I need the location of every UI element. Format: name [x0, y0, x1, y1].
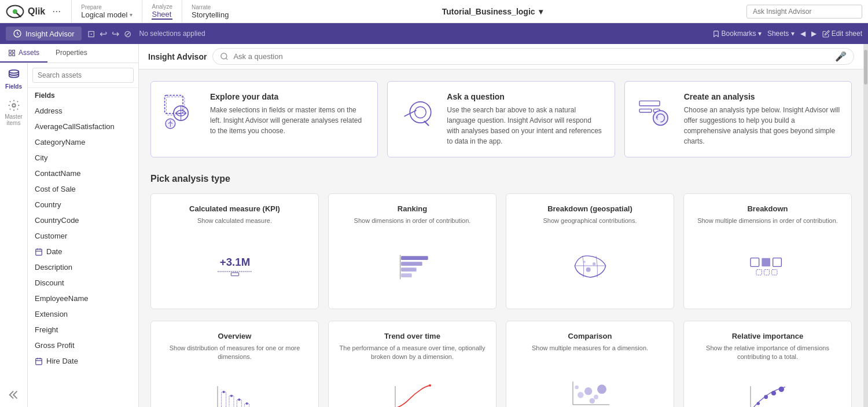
field-label: EmployeeName [35, 294, 89, 303]
svg-rect-37 [401, 268, 417, 272]
tab-properties[interactable]: Properties [47, 44, 95, 63]
nav-narrate-value: Storytelling [192, 10, 229, 19]
left-panel: Assets Properties Fields Master items [0, 44, 139, 407]
analysis-ranking[interactable]: Ranking Show dimensions in order of cont… [328, 193, 496, 309]
svg-point-61 [429, 384, 431, 387]
prev-button[interactable]: ◀ [800, 30, 806, 38]
insight-search-input[interactable] [233, 52, 830, 61]
app-title[interactable]: Tutorial_Business_logic ▾ [442, 7, 543, 16]
field-item-city[interactable]: City [28, 150, 138, 166]
scroll-right[interactable] [863, 44, 868, 407]
field-item-discount[interactable]: Discount [28, 275, 138, 291]
field-item-employeename[interactable]: EmployeeName [28, 291, 138, 306]
nav-analyze[interactable]: Analyze Sheet [142, 0, 182, 23]
overview-visual [212, 370, 258, 407]
ask-card-desc: Use the search bar above to ask a natura… [447, 105, 604, 146]
field-item-avgcall[interactable]: AverageCallSatisfaction [28, 119, 138, 134]
relative-title: Relative importance [732, 332, 804, 340]
svg-rect-46 [756, 270, 762, 275]
svg-rect-5 [13, 50, 15, 52]
svg-point-42 [583, 261, 586, 263]
insight-advisor-button[interactable]: Insight Advisor [6, 27, 82, 41]
next-button[interactable]: ▶ [811, 30, 816, 38]
svg-rect-51 [221, 392, 226, 407]
ask-card: Ask a question Use the search bar above … [387, 81, 615, 157]
explore-card-title: Explore your data [210, 92, 367, 101]
geo-title: Breakdown (geospatial) [547, 204, 632, 213]
master-items-label: Master items [0, 113, 27, 126]
svg-point-55 [222, 391, 225, 393]
svg-point-56 [230, 395, 233, 397]
field-item-customer[interactable]: Customer [28, 228, 138, 244]
prepare-chevron: ▾ [130, 12, 133, 18]
asset-tabs: Assets Properties [0, 44, 138, 63]
field-item-date[interactable]: Date [28, 244, 138, 259]
panel-collapse-button[interactable] [8, 388, 20, 401]
nav-analyze-label: Analyze [152, 3, 172, 10]
analysis-kpi[interactable]: Calculated measure (KPI) Show calculated… [150, 193, 319, 309]
field-item-country[interactable]: Country [28, 197, 138, 212]
microphone-icon[interactable]: 🎤 [835, 51, 847, 62]
nav-right [746, 5, 862, 19]
sheets-button[interactable]: Sheets ▾ [767, 30, 795, 38]
edit-sheet-button[interactable]: Edit sheet [822, 30, 862, 38]
master-items-icon-button[interactable]: Master items [0, 99, 27, 126]
field-item-address[interactable]: Address [28, 103, 138, 119]
second-toolbar: Insight Advisor ⊡ ↩ ↪ ⊘ No selections ap… [0, 23, 868, 44]
fields-list: AddressAverageCallSatisfactionCategoryNa… [28, 103, 138, 407]
fields-icon-button[interactable]: Fields [5, 69, 22, 90]
geo-desc: Show geographical contributions. [543, 217, 637, 225]
dots-menu-button[interactable]: ··· [49, 5, 64, 17]
field-label: Customer [35, 232, 67, 240]
analysis-grid-2: Overview Show distribution of measures f… [150, 321, 852, 407]
select-tool-button[interactable]: ⊡ [87, 28, 95, 39]
analysis-geospatial[interactable]: Breakdown (geospatial) Show geographical… [506, 193, 674, 309]
nav-narrate[interactable]: Narrate Storytelling [182, 0, 238, 23]
ask-insight-input[interactable] [746, 5, 862, 19]
ask-card-icon [398, 92, 439, 133]
clear-button[interactable]: ⊘ [124, 28, 131, 39]
bookmark-icon [712, 30, 720, 38]
bookmarks-button[interactable]: Bookmarks ▾ [712, 30, 762, 38]
field-label: CategoryName [35, 138, 85, 146]
field-item-extension[interactable]: Extension [28, 306, 138, 322]
field-item-grossprofit[interactable]: Gross Profit [28, 338, 138, 353]
field-item-contact[interactable]: ContactName [28, 166, 138, 181]
svg-rect-44 [762, 258, 770, 267]
breakdown-visual [745, 233, 791, 298]
no-selections-label: No selections applied [139, 30, 205, 38]
trend-title: Trend over time [384, 332, 440, 340]
field-item-category[interactable]: CategoryName [28, 134, 138, 150]
overview-title: Overview [218, 332, 252, 340]
analysis-trend[interactable]: Trend over time The performance of a mea… [328, 321, 496, 407]
search-assets-input[interactable] [32, 68, 134, 83]
svg-rect-14 [36, 358, 42, 365]
svg-rect-52 [229, 396, 234, 407]
analysis-relative[interactable]: Relative importance Show the relative im… [683, 321, 852, 407]
ranking-visual [389, 233, 436, 298]
trend-desc: The performance of a measure over time, … [339, 344, 486, 362]
analysis-breakdown[interactable]: Breakdown Show multiple dimensions in or… [683, 193, 852, 309]
tab-assets[interactable]: Assets [0, 44, 47, 63]
svg-rect-7 [13, 53, 15, 56]
analysis-comparison[interactable]: Comparison Show multiple measures for a … [506, 321, 674, 407]
field-item-costofsale[interactable]: Cost of Sale [28, 181, 138, 197]
field-item-hiredate[interactable]: Hire Date [28, 353, 138, 369]
field-item-freight[interactable]: Freight [28, 322, 138, 338]
geo-visual [567, 233, 613, 298]
svg-text:+3.1M: +3.1M [219, 256, 249, 268]
trend-visual [389, 370, 436, 407]
svg-point-18 [221, 53, 227, 59]
field-item-countrycode[interactable]: CountryCode [28, 212, 138, 228]
forward-button[interactable]: ↪ [112, 28, 119, 39]
svg-point-58 [245, 402, 248, 405]
back-button[interactable]: ↩ [100, 28, 107, 39]
ranking-title: Ranking [398, 204, 427, 213]
field-label: Description [35, 263, 72, 272]
create-card-title: Create an analysis [684, 92, 841, 101]
field-item-description[interactable]: Description [28, 259, 138, 275]
svg-point-40 [586, 267, 590, 272]
analysis-overview[interactable]: Overview Show distribution of measures f… [150, 321, 319, 407]
svg-rect-4 [9, 50, 12, 52]
nav-prepare[interactable]: Prepare Logical model ▾ [71, 0, 142, 23]
